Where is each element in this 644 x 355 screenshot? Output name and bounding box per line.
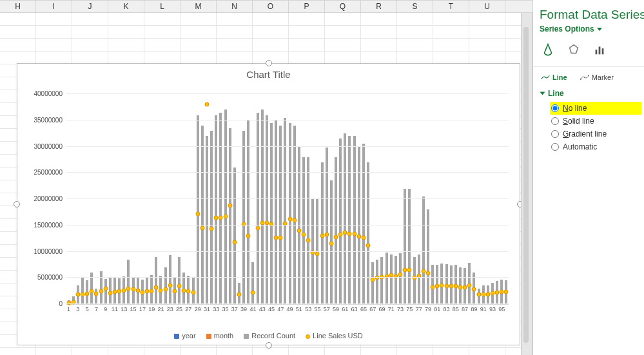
marker-point[interactable]	[453, 284, 458, 289]
column-header-M[interactable]: M	[181, 1, 217, 12]
tab-line[interactable]: Line	[541, 73, 567, 81]
column-header-N[interactable]: N	[217, 1, 253, 12]
marker-point[interactable]	[504, 290, 509, 294]
column-header-K[interactable]: K	[108, 1, 144, 12]
column-header-O[interactable]: O	[253, 1, 289, 12]
marker-point[interactable]	[476, 292, 481, 296]
marker-point[interactable]	[204, 102, 209, 107]
column-header-U[interactable]: U	[469, 1, 505, 12]
column-header-J[interactable]: J	[72, 1, 108, 12]
resize-handle-s[interactable]	[266, 342, 272, 349]
marker-point[interactable]	[168, 283, 172, 288]
radio-gradient-line[interactable]	[551, 130, 559, 138]
marker-point[interactable]	[94, 291, 99, 296]
marker-point[interactable]	[343, 231, 347, 235]
marker-point[interactable]	[150, 289, 154, 293]
resize-handle-w[interactable]	[14, 201, 20, 207]
marker-point[interactable]	[449, 284, 453, 289]
marker-point[interactable]	[113, 290, 117, 294]
marker-point[interactable]	[108, 291, 112, 295]
marker-point[interactable]	[361, 236, 366, 240]
scatter-series[interactable]	[66, 95, 509, 304]
resize-handle-n[interactable]	[266, 60, 272, 66]
tab-marker[interactable]: Marker	[580, 73, 614, 81]
marker-point[interactable]	[126, 286, 131, 291]
marker-point[interactable]	[398, 273, 403, 277]
marker-point[interactable]	[172, 289, 177, 293]
marker-point[interactable]	[371, 277, 375, 282]
marker-point[interactable]	[131, 287, 135, 292]
marker-point[interactable]	[458, 285, 462, 289]
marker-point[interactable]	[444, 284, 449, 289]
marker-point[interactable]	[278, 235, 283, 240]
marker-point[interactable]	[177, 284, 182, 289]
marker-point[interactable]	[297, 228, 301, 233]
marker-point[interactable]	[145, 289, 150, 294]
marker-point[interactable]	[288, 216, 292, 221]
marker-point[interactable]	[66, 300, 71, 305]
marker-point[interactable]	[481, 293, 485, 297]
series-options-icon[interactable]	[592, 43, 607, 59]
marker-point[interactable]	[232, 240, 237, 244]
marker-point[interactable]	[154, 285, 159, 289]
column-header-I[interactable]: I	[36, 1, 72, 12]
section-header-line[interactable]: Line	[533, 85, 644, 101]
marker-point[interactable]	[490, 291, 494, 295]
marker-point[interactable]	[463, 285, 467, 289]
column-header-L[interactable]: L	[144, 1, 181, 12]
marker-point[interactable]	[440, 283, 444, 287]
radio-no-line[interactable]	[551, 104, 559, 112]
marker-point[interactable]	[407, 268, 412, 273]
marker-point[interactable]	[324, 233, 329, 237]
marker-point[interactable]	[292, 218, 297, 222]
radio-automatic[interactable]	[551, 143, 559, 151]
marker-point[interactable]	[421, 269, 425, 273]
marker-point[interactable]	[81, 293, 85, 297]
marker-point[interactable]	[425, 271, 430, 275]
marker-point[interactable]	[210, 226, 214, 231]
marker-point[interactable]	[435, 284, 440, 289]
marker-point[interactable]	[315, 251, 320, 256]
marker-point[interactable]	[467, 283, 472, 287]
marker-point[interactable]	[302, 233, 306, 237]
column-header-S[interactable]: S	[397, 1, 433, 12]
marker-point[interactable]	[274, 235, 278, 240]
series-options-dropdown[interactable]: Series Options	[533, 23, 644, 40]
marker-point[interactable]	[375, 276, 380, 280]
pane-splitter[interactable]	[521, 13, 532, 355]
option-gradient-line[interactable]: Gradient line	[550, 128, 641, 140]
embedded-chart[interactable]: Chart Title 0500000010000000150000002000…	[17, 63, 520, 345]
column-header-Q[interactable]: Q	[325, 1, 361, 12]
marker-point[interactable]	[99, 289, 103, 294]
fill-line-icon[interactable]	[541, 43, 555, 59]
legend-item[interactable]: Line Sales USD	[306, 332, 363, 340]
marker-point[interactable]	[159, 288, 163, 293]
marker-point[interactable]	[122, 288, 126, 293]
marker-point[interactable]	[472, 287, 476, 292]
marker-point[interactable]	[306, 238, 311, 242]
marker-point[interactable]	[163, 287, 168, 292]
option-solid-line[interactable]: Solid line	[550, 115, 641, 128]
marker-point[interactable]	[186, 289, 191, 294]
marker-point[interactable]	[85, 291, 90, 296]
marker-point[interactable]	[334, 235, 338, 239]
marker-point[interactable]	[495, 291, 500, 295]
marker-point[interactable]	[228, 203, 232, 207]
marker-point[interactable]	[431, 285, 435, 289]
marker-point[interactable]	[393, 274, 398, 278]
marker-point[interactable]	[338, 232, 343, 236]
marker-point[interactable]	[352, 231, 356, 236]
marker-point[interactable]	[182, 288, 186, 293]
marker-point[interactable]	[384, 274, 389, 278]
marker-point[interactable]	[90, 289, 94, 293]
marker-point[interactable]	[191, 291, 195, 295]
marker-point[interactable]	[200, 225, 204, 230]
chart-legend[interactable]: yearmonthRecord CountLine Sales USD	[17, 332, 520, 340]
marker-point[interactable]	[103, 286, 108, 291]
column-header-P[interactable]: P	[289, 1, 325, 12]
marker-point[interactable]	[251, 291, 255, 295]
marker-point[interactable]	[237, 293, 241, 297]
effects-icon[interactable]	[567, 43, 581, 59]
column-header-H[interactable]: H	[0, 1, 36, 12]
marker-point[interactable]	[320, 234, 324, 238]
